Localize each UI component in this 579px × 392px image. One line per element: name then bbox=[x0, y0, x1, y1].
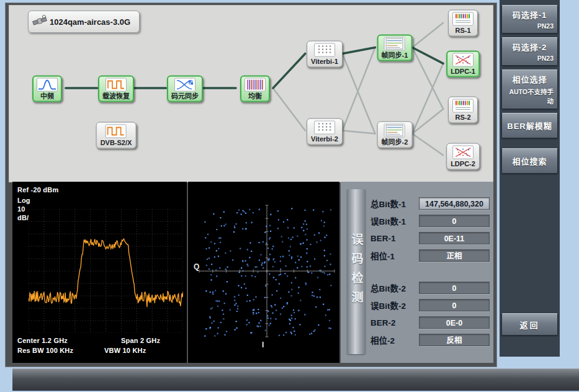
constellation-panel: Q I bbox=[188, 182, 339, 363]
log-scale-unit: dB/ bbox=[17, 214, 29, 221]
log-scale-value: 10 bbox=[17, 205, 25, 213]
signal-title-chip[interactable]: 1024qam-aircas-3.0G bbox=[28, 11, 140, 33]
ber-row: BER-10E-11 bbox=[370, 231, 490, 245]
ber-label: 相位-1 bbox=[370, 249, 395, 262]
log-scale-label: Log bbox=[17, 197, 30, 204]
ber-label: 误Bit数-2 bbox=[370, 299, 406, 311]
center-freq-label: Center 1.2 GHz bbox=[17, 337, 68, 344]
ber-row: 总Bit数-20 bbox=[370, 281, 490, 295]
node-label: RS-1 bbox=[455, 27, 470, 35]
dot-grid-icon bbox=[314, 121, 335, 135]
vbw-label: VBW 10 KHz bbox=[104, 347, 146, 354]
span-label: Span 2 GHz bbox=[121, 337, 160, 344]
button-sublabel: PN23 bbox=[503, 55, 556, 62]
ber-value: 0 bbox=[419, 215, 490, 227]
node-zf[interactable]: 中频 bbox=[32, 76, 62, 102]
dot-grid-icon bbox=[314, 43, 335, 57]
ber-value: 147,564,880,320 bbox=[419, 197, 490, 210]
ber-label: BER-1 bbox=[370, 234, 396, 243]
node-mytb[interactable]: 码元同步 bbox=[167, 76, 203, 102]
button-label: BER解模糊 bbox=[503, 117, 556, 135]
ber-value: 0 bbox=[419, 282, 490, 294]
ber-side-label: 误码检测 bbox=[348, 233, 365, 310]
node-label: Viterbi-2 bbox=[311, 135, 338, 143]
node-label: Viterbi-1 bbox=[311, 58, 338, 66]
sidebar-button-1[interactable]: 码选择-1PN23 bbox=[501, 5, 558, 33]
ber-value: 正相 bbox=[419, 249, 490, 262]
ber-panel: 误码检测 总Bit数-1147,564,880,320误Bit数-10BER-1… bbox=[341, 182, 493, 363]
ber-row: 相位-2反相 bbox=[370, 333, 490, 347]
barcode-icon bbox=[452, 99, 474, 113]
node-jh[interactable]: 均衡 bbox=[240, 76, 270, 102]
node-vit2[interactable]: Viterbi-2 bbox=[307, 118, 343, 145]
node-zbhf[interactable]: 载波恢复 bbox=[98, 76, 134, 102]
node-label: 码元同步 bbox=[171, 92, 199, 100]
button-sublabel: PN23 bbox=[503, 22, 556, 30]
frame-window-icon bbox=[384, 37, 405, 51]
sidebar-button-3[interactable]: 相位选择AUTO不支持手动 bbox=[501, 69, 558, 109]
node-label: 帧同步-1 bbox=[382, 51, 408, 60]
scatter-cross-icon bbox=[452, 53, 474, 67]
main-frame: 中频载波恢复码元同步均衡DVB-S2/XViterbi-1Viterbi-2帧同… bbox=[5, 2, 497, 367]
ber-group: 总Bit数-20误Bit数-20BER-20E-0相位-2反相 bbox=[370, 281, 490, 347]
ber-value: 0 bbox=[419, 299, 490, 311]
ber-value: 0E-11 bbox=[419, 232, 490, 244]
button-label: 相位搜索 bbox=[503, 152, 556, 170]
button-label: 码选择-2 bbox=[503, 41, 556, 53]
ber-rows: 总Bit数-1147,564,880,320误Bit数-10BER-10E-11… bbox=[370, 197, 490, 365]
node-dvb[interactable]: DVB-S2/X bbox=[96, 122, 137, 149]
node-rs2[interactable]: RS-2 bbox=[448, 97, 478, 123]
node-ldpc2[interactable]: LDPC-2 bbox=[446, 143, 480, 170]
sidebar-button-2[interactable]: 码选择-2PN23 bbox=[501, 37, 558, 66]
spectrum-trace bbox=[29, 239, 183, 307]
ber-row: BER-20E-0 bbox=[370, 316, 490, 329]
node-ldpc1[interactable]: LDPC-1 bbox=[446, 51, 480, 78]
rbw-label: Res BW 100 KHz bbox=[17, 347, 73, 354]
node-vit1[interactable]: Viterbi-1 bbox=[307, 41, 343, 68]
ber-row: 误Bit数-20 bbox=[370, 298, 490, 312]
frame-window-icon bbox=[384, 124, 405, 138]
button-label: 码选择-1 bbox=[503, 9, 556, 20]
node-label: 中频 bbox=[40, 92, 54, 100]
button-label: 相位选择 bbox=[503, 73, 556, 85]
ber-label: BER-2 bbox=[370, 318, 396, 327]
sidebar-button-5[interactable]: 相位搜索 bbox=[501, 148, 558, 174]
spectrum-panel: Ref -20 dBm Log 10 dB/ Center 1.2 GHz Sp… bbox=[12, 182, 187, 363]
ber-value: 0E-0 bbox=[419, 316, 490, 329]
square-wave-icon bbox=[105, 125, 127, 138]
node-zt1[interactable]: 帧同步-1 bbox=[377, 35, 413, 61]
node-label: LDPC-1 bbox=[451, 68, 475, 76]
i-axis-label: I bbox=[262, 341, 264, 349]
q-axis-label: Q bbox=[194, 262, 199, 271]
ber-value: 反相 bbox=[419, 334, 490, 346]
spectrum-plot bbox=[29, 209, 183, 333]
node-rs1[interactable]: RS-1 bbox=[448, 10, 478, 37]
ber-side-strip: 误码检测 bbox=[347, 189, 366, 354]
signal-title: 1024qam-aircas-3.0G bbox=[50, 17, 130, 27]
bottom-bar bbox=[12, 368, 579, 391]
square-wave-icon bbox=[105, 78, 127, 92]
satellite-icon bbox=[32, 14, 47, 30]
eye-diagram-icon bbox=[174, 78, 195, 92]
node-label: 帧同步-2 bbox=[382, 138, 408, 146]
return-button[interactable]: 返回 bbox=[501, 313, 558, 336]
node-label: 载波恢复 bbox=[102, 92, 130, 100]
bandpass-icon bbox=[37, 78, 58, 92]
flow-diagram-panel: 中频载波恢复码元同步均衡DVB-S2/XViterbi-1Viterbi-2帧同… bbox=[9, 5, 493, 182]
node-zt2[interactable]: 帧同步-2 bbox=[377, 122, 413, 148]
sidebar-buttons: 码选择-1PN23码选择-2PN23相位选择AUTO不支持手动BER解模糊相位搜… bbox=[500, 5, 560, 174]
sidebar: 码选择-1PN23码选择-2PN23相位选择AUTO不支持手动BER解模糊相位搜… bbox=[500, 0, 560, 357]
scatter-cross-icon bbox=[452, 146, 474, 159]
ber-label: 相位-2 bbox=[370, 334, 395, 346]
ber-label: 总Bit数-2 bbox=[370, 282, 406, 294]
button-sublabel: AUTO不支持手动 bbox=[503, 87, 556, 105]
ref-level-label: Ref -20 dBm bbox=[17, 186, 58, 194]
ber-label: 总Bit数-1 bbox=[370, 197, 406, 210]
ber-row: 总Bit数-1147,564,880,320 bbox=[370, 197, 490, 210]
barcode-icon bbox=[452, 12, 474, 26]
node-label: 均衡 bbox=[248, 92, 262, 100]
ber-row: 误Bit数-10 bbox=[370, 214, 490, 228]
sidebar-button-4[interactable]: BER解模糊 bbox=[501, 113, 558, 138]
ber-label: 误Bit数-1 bbox=[370, 215, 406, 227]
comb-icon bbox=[245, 78, 266, 92]
